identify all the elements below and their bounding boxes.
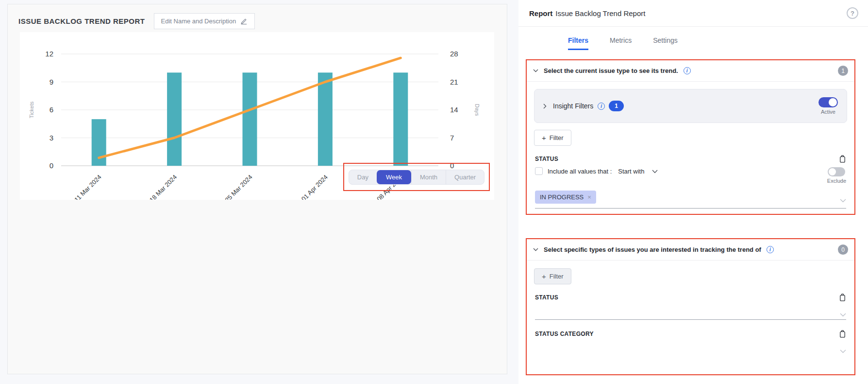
insight-filters-toggle-wrap: Active <box>818 97 838 115</box>
issue-type-section-annotation-box: Select the current issue type to see its… <box>526 59 855 215</box>
panel-tabs: Filters Metrics Settings <box>518 27 868 50</box>
trash-icon[interactable] <box>839 293 846 301</box>
status-category-select[interactable] <box>535 349 846 356</box>
svg-text:11 Mar 2024: 11 Mar 2024 <box>73 174 103 200</box>
plus-icon: + <box>542 273 546 280</box>
status-value-chip[interactable]: IN PROGRESS × <box>535 191 596 204</box>
add-filter-button[interactable]: + Filter <box>534 268 571 284</box>
svg-text:3: 3 <box>50 134 53 142</box>
panel-header: Report Issue Backlog Trend Report ? <box>518 0 868 27</box>
svg-text:14: 14 <box>450 105 458 114</box>
tab-metrics[interactable]: Metrics <box>610 36 632 50</box>
trend-chart-area: 03691207142128TicketsDays11 Mar 202418 M… <box>20 32 494 200</box>
svg-text:6: 6 <box>50 105 53 114</box>
info-icon[interactable]: i <box>598 103 605 110</box>
exclude-toggle-label: Exclude <box>827 178 846 184</box>
exclude-toggle[interactable] <box>828 167 845 176</box>
svg-text:0: 0 <box>50 161 53 170</box>
report-title: ISSUE BACKLOG TREND REPORT <box>18 17 145 25</box>
svg-text:7: 7 <box>450 134 454 142</box>
status-select[interactable] <box>535 313 846 320</box>
status-field-label: STATUS <box>535 156 558 162</box>
active-toggle[interactable] <box>818 97 838 107</box>
svg-text:25 Mar 2024: 25 Mar 2024 <box>223 174 253 200</box>
status-value-chip-label: IN PROGRESS <box>540 193 584 201</box>
info-icon[interactable]: i <box>767 246 774 253</box>
bar <box>318 72 333 166</box>
insight-filters-label: Insight Filters <box>553 102 593 110</box>
svg-text:18 Mar 2024: 18 Mar 2024 <box>148 174 178 200</box>
bar <box>393 72 408 166</box>
include-all-checkbox[interactable] <box>535 167 543 175</box>
edit-button-label: Edit Name and Description <box>161 17 236 25</box>
include-all-label: Include all values that : <box>548 167 612 175</box>
period-option-week[interactable]: Week <box>377 170 411 184</box>
add-filter-label: Filter <box>550 273 564 280</box>
trash-icon[interactable] <box>839 330 846 338</box>
chevron-down-icon[interactable] <box>840 199 846 204</box>
trash-icon[interactable] <box>839 155 846 163</box>
toggle-knob <box>829 168 836 175</box>
panel-header-label: Report <box>529 9 552 17</box>
svg-text:12: 12 <box>45 50 53 58</box>
edit-pencil-icon <box>240 17 248 25</box>
chevron-right-icon[interactable] <box>543 104 547 109</box>
issue-tracking-section-annotation-box: Select specific types of issues you are … <box>526 238 855 375</box>
svg-text:01 Apr 2024: 01 Apr 2024 <box>300 174 329 200</box>
chevron-down-icon[interactable] <box>840 349 846 353</box>
status-field-row: STATUS <box>527 149 854 163</box>
bar <box>243 72 257 166</box>
issue-type-filter-count-badge: 1 <box>838 66 848 76</box>
include-values-row: Include all values that : Start with Exc… <box>527 163 854 184</box>
status-values-select[interactable]: IN PROGRESS × <box>535 191 846 209</box>
close-icon[interactable]: × <box>587 194 591 200</box>
period-option-quarter[interactable]: Quarter <box>446 170 484 184</box>
report-card: ISSUE BACKLOG TREND REPORT Edit Name and… <box>7 4 507 374</box>
svg-text:Days: Days <box>474 104 480 116</box>
edit-name-description-button[interactable]: Edit Name and Description <box>154 13 255 29</box>
help-icon[interactable]: ? <box>847 7 858 19</box>
insight-filters-count-pill: 1 <box>609 101 624 111</box>
period-toggle-annotation-box: Day Week Month Quarter <box>343 163 490 191</box>
add-filter-label: Filter <box>550 134 564 141</box>
status-field-label: STATUS <box>535 294 558 301</box>
chevron-down-icon[interactable] <box>840 313 846 317</box>
insight-filters-row[interactable]: Insight Filters i 1 Active <box>534 89 847 123</box>
tab-settings[interactable]: Settings <box>653 36 678 50</box>
operator-dropdown-value[interactable]: Start with <box>618 167 644 175</box>
toggle-knob <box>829 98 837 106</box>
svg-text:21: 21 <box>450 78 458 86</box>
panel-header-title: Issue Backlog Trend Report <box>555 9 645 17</box>
plus-icon: + <box>542 134 546 141</box>
add-filter-button[interactable]: + Filter <box>534 130 571 146</box>
status-category-field-row: STATUS CATEGORY <box>527 320 854 338</box>
bar <box>167 72 182 166</box>
exclude-toggle-wrap: Exclude <box>827 167 846 184</box>
report-config-panel: Report Issue Backlog Trend Report ? Filt… <box>518 0 868 384</box>
chevron-down-icon[interactable] <box>533 69 538 72</box>
status-field-row: STATUS <box>527 287 854 301</box>
issue-tracking-filter-count-badge: 0 <box>838 244 848 255</box>
period-option-month[interactable]: Month <box>411 170 446 184</box>
svg-text:28: 28 <box>450 50 458 58</box>
tab-filters[interactable]: Filters <box>568 36 588 50</box>
info-icon[interactable]: i <box>684 67 691 74</box>
issue-type-section-title: Select the current issue type to see its… <box>544 67 678 74</box>
svg-text:9: 9 <box>50 78 53 86</box>
status-category-field-label: STATUS CATEGORY <box>535 331 594 337</box>
report-card-header: ISSUE BACKLOG TREND REPORT Edit Name and… <box>8 4 507 29</box>
period-option-day[interactable]: Day <box>349 170 377 184</box>
chevron-down-icon[interactable] <box>652 167 658 174</box>
active-toggle-label: Active <box>821 109 835 115</box>
svg-text:Tickets: Tickets <box>29 101 34 118</box>
period-toggle-group: Day Week Month Quarter <box>349 170 484 185</box>
chevron-down-icon[interactable] <box>533 248 538 251</box>
issue-type-section-header[interactable]: Select the current issue type to see its… <box>527 60 854 82</box>
issue-tracking-section-header[interactable]: Select specific types of issues you are … <box>527 239 854 261</box>
issue-tracking-section-title: Select specific types of issues you are … <box>544 246 761 253</box>
